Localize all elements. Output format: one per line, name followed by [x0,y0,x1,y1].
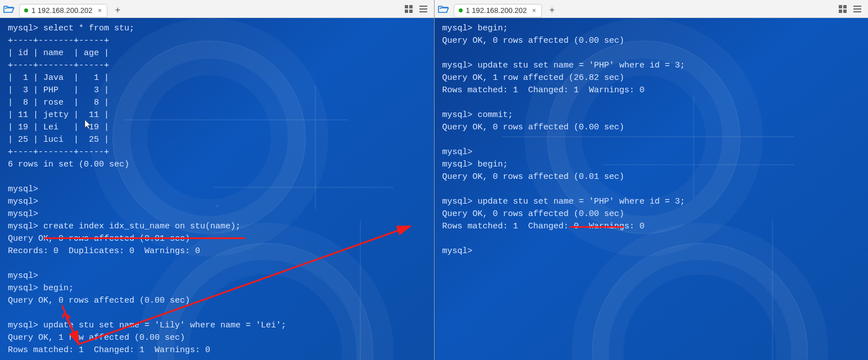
svg-rect-12 [843,10,847,13]
status-dot-icon [459,8,463,12]
svg-rect-15 [853,11,861,12]
svg-rect-9 [839,5,842,8]
svg-rect-6 [419,11,427,12]
svg-rect-11 [839,10,842,13]
tabbar-tools [404,4,431,14]
list-view-icon[interactable] [418,4,428,14]
terminal-viewport[interactable]: mysql> begin; Query OK, 0 rows affected … [435,18,869,360]
right-pane: 1 192.168.200.202 × + [435,0,869,360]
list-view-icon[interactable] [852,4,862,14]
svg-rect-5 [419,8,427,10]
new-tab-button[interactable]: + [112,4,123,16]
new-tab-button[interactable]: + [546,4,558,16]
svg-rect-2 [405,10,408,13]
tab-close-button[interactable]: × [530,7,538,15]
status-dot-icon [24,8,28,12]
tabbar-tools [838,4,865,14]
open-folder-icon[interactable] [3,4,15,14]
grid-view-icon[interactable] [838,4,848,14]
terminal-output: mysql> select * from stu; +----+-------+… [0,18,434,360]
terminal-output: mysql> begin; Query OK, 0 rows affected … [435,18,869,262]
svg-rect-4 [419,6,427,7]
svg-rect-3 [409,10,413,13]
tab-label: 1 192.168.200.202 [466,6,527,15]
svg-rect-1 [409,5,413,8]
session-tab[interactable]: 1 192.168.200.202 × [454,4,542,17]
svg-rect-10 [843,5,847,8]
split-view: 1 192.168.200.202 × + [0,0,868,360]
tab-label: 1 192.168.200.202 [31,6,92,15]
terminal-viewport[interactable]: mysql> select * from stu; +----+-------+… [0,18,434,360]
open-folder-icon[interactable] [438,4,449,14]
tab-bar: 1 192.168.200.202 × + [0,0,434,18]
svg-rect-0 [405,5,408,8]
grid-view-icon[interactable] [404,4,414,14]
tab-close-button[interactable]: × [96,7,103,15]
left-pane: 1 192.168.200.202 × + [0,0,435,360]
svg-rect-14 [853,8,861,10]
svg-rect-13 [853,6,861,7]
tab-bar: 1 192.168.200.202 × + [435,0,869,18]
session-tab[interactable]: 1 192.168.200.202 × [19,4,107,17]
